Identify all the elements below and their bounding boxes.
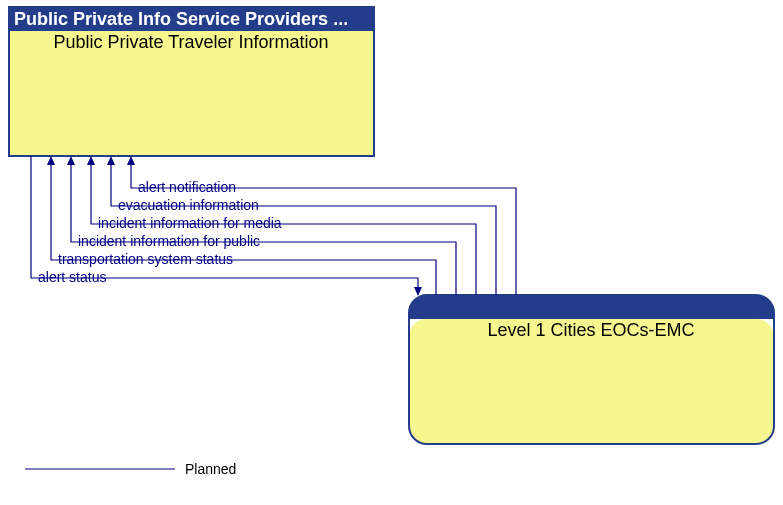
flow-label-evacuation-information: evacuation information bbox=[118, 197, 259, 213]
flow-label-alert-notification: alert notification bbox=[138, 179, 236, 195]
flow-label-transportation-system-status: transportation system status bbox=[58, 251, 233, 267]
architecture-diagram: Public Private Info Service Providers ..… bbox=[0, 0, 783, 505]
node-level1-cities-eocs-emc: Level 1 Cities EOCs-EMC bbox=[409, 295, 774, 444]
svg-marker-8 bbox=[67, 156, 75, 165]
svg-marker-6 bbox=[107, 156, 115, 165]
legend-planned-label: Planned bbox=[185, 461, 236, 477]
legend: Planned bbox=[25, 461, 236, 477]
top-box-header: Public Private Info Service Providers ..… bbox=[14, 9, 348, 29]
svg-marker-7 bbox=[87, 156, 95, 165]
flow-incident-information-for-media: incident information for media bbox=[87, 156, 476, 295]
svg-marker-5 bbox=[127, 156, 135, 165]
node-public-private-traveler-information: Public Private Info Service Providers ..… bbox=[9, 7, 374, 156]
svg-marker-10 bbox=[414, 287, 422, 296]
flow-label-incident-information-for-public: incident information for public bbox=[78, 233, 260, 249]
flow-label-incident-information-for-media: incident information for media bbox=[98, 215, 282, 231]
flow-label-alert-status: alert status bbox=[38, 269, 106, 285]
bottom-box-body: Level 1 Cities EOCs-EMC bbox=[487, 320, 694, 340]
top-box-body: Public Private Traveler Information bbox=[53, 32, 328, 52]
svg-marker-9 bbox=[47, 156, 55, 165]
